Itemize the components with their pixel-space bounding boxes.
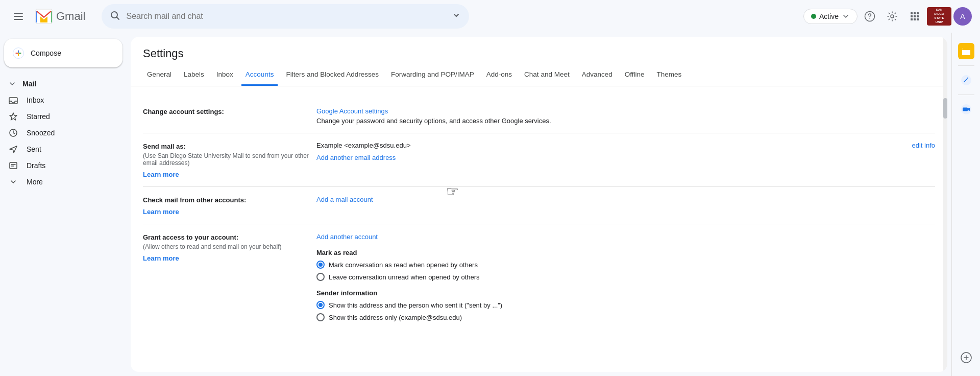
email-display: Example <example@sdsu.edu>	[316, 142, 410, 149]
tab-labels[interactable]: Labels	[180, 64, 208, 86]
tab-advanced[interactable]: Advanced	[578, 64, 617, 86]
topbar: Gmail Active	[0, 0, 980, 33]
active-dot	[811, 14, 816, 19]
radio-inner-dot	[318, 263, 323, 267]
help-icon	[864, 11, 875, 22]
nav-section-mail: Mail Inbox Starred	[0, 76, 131, 190]
radio-show-address-only[interactable]: Show this address only (example@sdsu.edu…	[316, 313, 935, 321]
svg-rect-18	[917, 18, 919, 20]
check-mail-label: Check mail from other accounts: Learn mo…	[143, 195, 316, 216]
search-input[interactable]	[126, 12, 446, 21]
sidebar: Compose Mail Inbox	[0, 33, 131, 376]
compose-plus-icon	[12, 47, 24, 59]
sidebar-item-starred[interactable]: Starred	[0, 108, 122, 125]
dropdown-arrow-icon	[842, 12, 850, 20]
add-mail-account-link[interactable]: Add a mail account	[316, 196, 373, 203]
email-row: Example <example@sdsu.edu> edit info	[316, 142, 935, 149]
grant-access-learn-more-link[interactable]: Learn more	[143, 254, 179, 262]
sidebar-item-inbox-label: Inbox	[27, 96, 44, 104]
radio-show-address-and-person[interactable]: Show this address and the person who sen…	[316, 301, 935, 309]
gmail-logo-text: Gmail	[56, 10, 85, 23]
right-sidebar-divider-1	[958, 65, 974, 66]
sidebar-item-more[interactable]: More	[0, 174, 122, 190]
settings-title: Settings	[131, 37, 947, 60]
active-label: Active	[819, 12, 839, 20]
search-icon	[110, 10, 120, 23]
radio-leave-unread[interactable]: Leave conversation unread when opened by…	[316, 273, 935, 281]
google-account-settings-link[interactable]: Google Account settings	[316, 107, 388, 115]
grid-icon	[909, 11, 920, 22]
sidebar-item-inbox[interactable]: Inbox	[0, 92, 122, 108]
radio-circle-unselected2	[316, 313, 325, 321]
chevron-down-more-icon	[8, 177, 18, 187]
search-bar	[102, 4, 469, 29]
search-dropdown-icon[interactable]	[452, 11, 461, 22]
add-another-account-link[interactable]: Add another account	[316, 233, 378, 241]
sidebar-item-starred-label: Starred	[27, 112, 50, 121]
scrollbar-thumb[interactable]	[943, 98, 947, 119]
settings-body: Change account settings: Google Account …	[131, 86, 947, 346]
tab-themes[interactable]: Themes	[653, 64, 686, 86]
tab-filters[interactable]: Filters and Blocked Addresses	[282, 64, 383, 86]
sidebar-item-drafts[interactable]: Drafts	[0, 157, 122, 174]
sidebar-item-drafts-label: Drafts	[27, 161, 45, 170]
gmail-logo[interactable]: Gmail	[35, 7, 85, 26]
svg-rect-22	[10, 162, 17, 169]
mail-section-label[interactable]: Mail	[0, 76, 122, 92]
svg-rect-28	[963, 108, 968, 111]
tab-accounts[interactable]: Accounts	[241, 64, 278, 86]
svg-point-8	[869, 18, 870, 19]
tab-inbox[interactable]: Inbox	[212, 64, 237, 86]
calendar-icon-button[interactable]: 31	[956, 41, 976, 61]
sender-info-heading: Sender information	[316, 289, 935, 297]
radio-sender-label-2: Show this address only (example@sdsu.edu…	[329, 314, 462, 321]
send-mail-as-label: Send mail as: (Use San Diego State Unive…	[143, 142, 316, 178]
add-icon-button[interactable]	[956, 347, 976, 368]
radio-circle-selected	[316, 261, 325, 269]
tab-addons[interactable]: Add-ons	[482, 64, 516, 86]
hamburger-icon[interactable]	[8, 6, 29, 27]
send-mail-learn-more-link[interactable]: Learn more	[143, 171, 179, 178]
svg-text:31: 31	[964, 51, 968, 55]
help-icon-button[interactable]	[860, 6, 880, 27]
radio-mark-read[interactable]: Mark conversation as read when opened by…	[316, 261, 935, 269]
sidebar-item-more-label: More	[27, 178, 43, 186]
radio-sender-label-1: Show this address and the person who sen…	[329, 301, 502, 309]
settings-icon-button[interactable]	[882, 6, 902, 27]
radio-inner-dot2	[318, 303, 323, 307]
grant-access-label: Grant access to your account: (Allow oth…	[143, 232, 316, 262]
settings-tabs: General Labels Inbox Accounts Filters an…	[131, 64, 947, 86]
tab-chat[interactable]: Chat and Meet	[520, 64, 574, 86]
sidebar-item-sent-label: Sent	[27, 145, 41, 153]
compose-button[interactable]: Compose	[4, 39, 122, 67]
edit-info-link[interactable]: edit info	[912, 142, 935, 149]
svg-rect-0	[14, 13, 23, 14]
tab-general[interactable]: General	[143, 64, 176, 86]
sidebar-item-sent[interactable]: Sent	[0, 141, 122, 157]
active-status-button[interactable]: Active	[803, 9, 857, 24]
mark-as-read-heading: Mark as read	[316, 249, 935, 256]
compose-label: Compose	[31, 49, 61, 57]
change-account-label: Change account settings:	[143, 107, 316, 115]
change-account-content: Google Account settings Change your pass…	[316, 107, 935, 125]
add-another-email-link[interactable]: Add another email address	[316, 154, 396, 161]
apps-icon-button[interactable]	[904, 6, 925, 27]
avatar[interactable]: A	[953, 7, 972, 26]
scrollbar-track[interactable]	[943, 37, 947, 372]
svg-rect-12	[917, 12, 919, 14]
video-icon-button[interactable]	[956, 99, 976, 120]
main-body: Compose Mail Inbox	[0, 33, 980, 376]
send-mail-as-row: Send mail as: (Use San Diego State Unive…	[143, 133, 935, 187]
edit-icon-button[interactable]	[956, 70, 976, 90]
sidebar-item-snoozed[interactable]: Snoozed	[0, 125, 122, 141]
send-icon	[8, 144, 18, 154]
send-mail-as-content: Example <example@sdsu.edu> edit info Add…	[316, 142, 935, 161]
university-logo[interactable]: SANDIEGOSTATEUNIV	[927, 7, 951, 26]
sender-info-group: Show this address and the person who sen…	[316, 301, 935, 321]
tab-offline[interactable]: Offline	[621, 64, 649, 86]
content-area: Settings General Labels Inbox Accounts F…	[131, 37, 947, 372]
topbar-left: Gmail	[8, 6, 85, 27]
tab-forwarding[interactable]: Forwarding and POP/IMAP	[387, 64, 478, 86]
check-mail-learn-more-link[interactable]: Learn more	[143, 208, 179, 216]
sidebar-item-snoozed-label: Snoozed	[27, 129, 55, 137]
